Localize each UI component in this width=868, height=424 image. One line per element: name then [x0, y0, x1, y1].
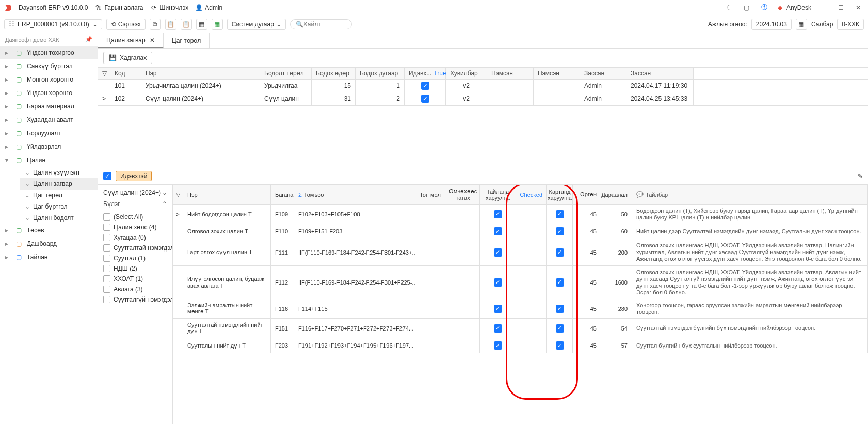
sidebar-subitem[interactable]: ⌄Цалин загвар [20, 178, 98, 190]
system-number-selector[interactable]: Систем дугаар ⌄ [227, 19, 286, 30]
branch-value[interactable]: 0-ХХК [837, 19, 864, 30]
checkbox-icon[interactable]: ✓ [421, 82, 429, 90]
report-cell[interactable]: ✓ [480, 205, 516, 224]
tb-excel-button[interactable]: ▦ [212, 19, 223, 30]
help-link[interactable]: ?⃝ Гарын авлага [94, 4, 143, 12]
database-selector[interactable]: ☷ ERP_0000001 (v9.10.0.0) ⌄ [4, 19, 102, 29]
sidebar-subitem[interactable]: ⌄Цаг төрөл [20, 190, 98, 201]
filter-item[interactable]: НДШ (2) [98, 263, 172, 274]
checkbox[interactable] [103, 224, 110, 231]
grid-header-cell[interactable]: Нэмсэн [534, 68, 580, 79]
sidebar-item[interactable]: ▸ ▢ Мөнгөн хөрөнгө [0, 73, 98, 86]
facebook-icon[interactable]: ⓕ [759, 2, 770, 13]
grid-row[interactable]: Олговол зохих цалин Т F110 F109+F151-F20… [173, 224, 868, 239]
grid-row[interactable]: Суутгалтай нэмэгдлийн нийт дүн Т F151 F1… [173, 319, 868, 338]
refresh-link[interactable]: ⟳ Шинэчлэх [150, 4, 189, 12]
close-icon[interactable]: ✕ [150, 37, 155, 44]
anydesk-link[interactable]: ◆ AnyDesk [776, 4, 811, 12]
expand-cell[interactable] [173, 239, 183, 266]
tab[interactable]: Цаг төрөл [164, 33, 210, 48]
checkbox[interactable] [103, 286, 110, 293]
chevron-up-icon[interactable]: ⌃ [162, 200, 167, 208]
report-cell[interactable]: ✓ [480, 338, 516, 353]
col-prev[interactable]: Өмнөхөөс татах [446, 185, 480, 205]
col-const[interactable]: Тогтмол [415, 185, 446, 205]
filter-item[interactable]: ХХОАТ (1) [98, 274, 172, 284]
card-cell[interactable]: ✓ [547, 224, 573, 239]
expand-cell[interactable] [173, 299, 183, 319]
maximize-button[interactable]: ☐ [835, 2, 846, 13]
card-cell[interactable]: ✓ [547, 239, 573, 266]
user-link[interactable]: 👤 Admin [195, 4, 222, 12]
tab[interactable]: Цалин загвар✕ [98, 33, 164, 48]
report-cell[interactable]: ✓ [480, 224, 516, 239]
grid-row[interactable]: Суутгалын нийт дүн Т F203 F191+F192+F193… [173, 338, 868, 353]
sidebar-item[interactable]: ▸ ▢ Үйлдвэрлэл [0, 140, 98, 153]
refresh-button[interactable]: ⟲ Сэргээх [106, 19, 146, 30]
camera-icon[interactable]: ▢ [741, 2, 752, 13]
col-report[interactable]: Тайланд харуулна [480, 185, 516, 205]
card-cell[interactable]: ✓ [547, 319, 573, 338]
tb-clip-button[interactable]: 📋 [181, 19, 192, 30]
tb-copy-button[interactable]: ⧉ [150, 19, 161, 30]
filter-item[interactable]: Авлага (3) [98, 284, 172, 294]
save-button[interactable]: 💾 Хадгалах [103, 52, 152, 64]
filter-item[interactable]: Суутгалтай нэмэгдэл (2 [98, 243, 172, 253]
active-checkbox[interactable]: ✓ [103, 172, 111, 180]
workdate-value[interactable]: 2024.10.03 [751, 19, 792, 30]
report-cell[interactable]: ✓ [480, 319, 516, 338]
filter-item[interactable]: Хугацаа (0) [98, 232, 172, 243]
report-cell[interactable]: ✓ [480, 299, 516, 319]
grid-header-cell[interactable]: Нэр [141, 68, 260, 79]
sidebar-subitem[interactable]: ⌄Цалин бодолт [20, 212, 98, 224]
checkbox-icon[interactable]: ✓ [421, 95, 429, 103]
checkbox[interactable] [103, 296, 110, 303]
sidebar-item[interactable]: ▸ ▢ Борлуулалт [0, 127, 98, 140]
close-button[interactable]: ✕ [853, 2, 864, 13]
sidebar-item[interactable]: ▸ ▢ Үндсэн хөрөнгө [0, 86, 98, 100]
sidebar-item[interactable]: ▸ ▢ Бараа материал [0, 100, 98, 113]
col-name[interactable]: Нэр [183, 185, 271, 205]
checkbox[interactable] [103, 255, 110, 262]
filter-item[interactable]: Суутгал (1) [98, 253, 172, 263]
col-checked[interactable]: Checked [516, 185, 547, 205]
grid-header-cell[interactable]: Хувилбар [446, 68, 487, 79]
col-formula[interactable]: Σ Томъёо [294, 185, 415, 205]
search-box[interactable]: 🔍 [290, 19, 352, 29]
chevron-down-icon[interactable]: ⌄ [162, 189, 167, 196]
sidebar-subitem[interactable]: ⌄Цаг бүртгэл [20, 201, 98, 212]
grid-header-cell[interactable]: ▽ [98, 68, 110, 79]
filter-item[interactable]: Суутгалгүй нэмэгдэл (2 [98, 294, 172, 305]
checkbox[interactable] [103, 234, 110, 241]
checkbox[interactable] [103, 275, 110, 282]
sidebar-item[interactable]: ▾ ▢ Цалин [0, 153, 98, 167]
card-cell[interactable]: ✓ [547, 205, 573, 224]
sidebar-item[interactable]: ▸ ▢ Санхүү бүртгэл [0, 59, 98, 73]
tb-paste-button[interactable]: 📋 [165, 19, 176, 30]
grid-row[interactable]: Ээлжийн амралтын нийт мөнгө Т F116 F114+… [173, 299, 868, 319]
sidebar-subitem[interactable]: ⌄Цалин үзүүлэлт [20, 167, 98, 178]
expand-cell[interactable] [173, 266, 183, 299]
card-cell[interactable]: ✓ [547, 266, 573, 299]
search-input[interactable] [303, 21, 345, 28]
sidebar-item[interactable]: ▸ ▢ Төсөв [0, 224, 98, 237]
sidebar-item[interactable]: ▸ ▢ Дашбоард [0, 237, 98, 250]
checkbox[interactable] [103, 213, 110, 221]
sidebar-item[interactable]: ▸ ▢ Худалдан авалт [0, 113, 98, 127]
grid-header-cell[interactable]: Зассан [580, 68, 626, 79]
grid-header-cell[interactable]: Бодох дугаар [356, 68, 405, 79]
moon-icon[interactable]: ☾ [724, 2, 735, 13]
tb-calendar-button[interactable]: ▦ [196, 19, 207, 30]
minimize-button[interactable]: — [817, 2, 829, 13]
col-desc[interactable]: 💬 Тайлбар [632, 185, 868, 205]
grid-row[interactable]: Гарт олгох сүүл цалин Т F111 IIF(F110-F1… [173, 239, 868, 266]
expand-cell[interactable] [173, 338, 183, 353]
filter-item[interactable]: (Select All) [98, 212, 172, 222]
grid-row[interactable]: 101Урьдчилгаа цалин (2024+)Урьдчилгаа151… [98, 80, 868, 92]
expand-cell[interactable] [173, 224, 183, 239]
checkbox[interactable] [103, 244, 110, 252]
edit-icon[interactable]: ✎ [858, 172, 863, 180]
report-cell[interactable]: ✓ [480, 266, 516, 299]
col-card[interactable]: Картанд харуулна [547, 185, 573, 205]
grid-header-cell[interactable]: Бодолт төрөл [260, 68, 312, 79]
